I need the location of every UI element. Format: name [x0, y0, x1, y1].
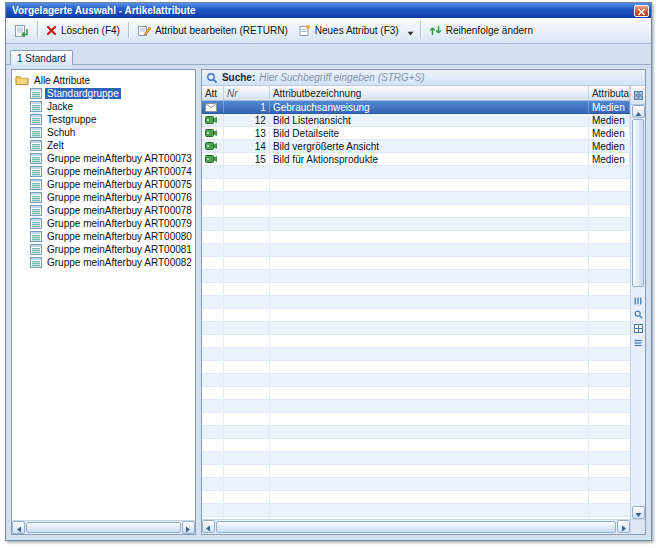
- grid-vscroll-thumb[interactable]: [632, 119, 644, 287]
- column-header-name[interactable]: Attributbezeichnung: [270, 86, 589, 100]
- tree-item-label: Gruppe meinAfterbuy ART00075: [45, 179, 194, 190]
- row-name: Gebrauchsanweisung: [270, 101, 589, 113]
- titlebar[interactable]: Vorgelagerte Auswahl - Artikelattribute: [6, 3, 651, 18]
- column-line: [223, 166, 224, 519]
- grid-scroll-left-button[interactable]: [202, 520, 215, 533]
- tree-item-gruppe-meinafterbuy-art00081[interactable]: Gruppe meinAfterbuy ART00081: [15, 243, 194, 256]
- new-attribute-button[interactable]: Neues Attribut (F3): [293, 21, 404, 41]
- row-name: Bild Detailseite: [270, 127, 589, 139]
- grid-hscroll-thumb[interactable]: [216, 521, 616, 533]
- folder-icon: [15, 74, 29, 86]
- column-header-att[interactable]: Att: [202, 86, 224, 100]
- new-attribute-label: Neues Attribut (F3): [315, 25, 399, 36]
- tree-root-label: Alle Attribute: [32, 75, 92, 86]
- chevron-down-icon: [407, 22, 414, 40]
- row-nr: 1: [224, 101, 270, 113]
- attribute-groups-tree: Alle Attribute StandardgruppeJackeTestgr…: [12, 70, 195, 520]
- tree-item-label: Gruppe meinAfterbuy ART00080: [45, 231, 194, 242]
- table-row[interactable]: 1GebrauchsanweisungMedien: [202, 101, 630, 114]
- toolbar-separator: [420, 22, 421, 39]
- tree-item-label: Gruppe meinAfterbuy ART00081: [45, 244, 194, 255]
- change-order-button[interactable]: Reihenfolge ändern: [424, 21, 538, 41]
- table-row[interactable]: 13Bild DetailseiteMedien: [202, 127, 630, 140]
- row-nr: 12: [224, 114, 270, 126]
- scrollbar-tool-list[interactable]: [631, 335, 645, 349]
- row-nr: 13: [224, 127, 270, 139]
- arrow-left-icon: [16, 519, 22, 537]
- row-name: Bild für Aktionsprodukte: [270, 153, 589, 165]
- apply-button[interactable]: [9, 21, 34, 41]
- tree-item-schuh[interactable]: Schuh: [15, 126, 194, 139]
- column-header-type[interactable]: Attributart: [589, 86, 630, 100]
- doc-row-icon: [205, 103, 217, 112]
- close-button[interactable]: [634, 5, 649, 17]
- attribute-group-icon: [30, 140, 42, 151]
- grid-horizontal-scrollbar: [202, 519, 645, 534]
- search-box[interactable]: Suche: Hier Suchbegriff eingeben (STRG+S…: [202, 70, 645, 86]
- attributes-panel: Suche: Hier Suchbegriff eingeben (STRG+S…: [201, 69, 646, 535]
- delete-button[interactable]: Löschen (F4): [41, 21, 125, 41]
- edit-attribute-label: Attribut bearbeiten (RETURN): [155, 25, 288, 36]
- attribute-group-icon: [30, 153, 42, 164]
- attribute-group-icon: [30, 166, 42, 177]
- tab-label: 1 Standard: [17, 53, 66, 64]
- grid-hscroll-track[interactable]: [215, 520, 617, 534]
- tree-item-gruppe-meinafterbuy-art00076[interactable]: Gruppe meinAfterbuy ART00076: [15, 191, 194, 204]
- table-row[interactable]: 15Bild für AktionsprodukteMedien: [202, 153, 630, 166]
- tree-hscroll-track[interactable]: [25, 521, 182, 534]
- tree-item-label: Gruppe meinAfterbuy ART00076: [45, 192, 194, 203]
- media-row-icon: [205, 115, 217, 125]
- grid-scroll-up-button[interactable]: [632, 105, 645, 118]
- tree-item-standardgruppe[interactable]: Standardgruppe: [15, 87, 194, 100]
- tree-item-testgruppe[interactable]: Testgruppe: [15, 113, 194, 126]
- tree-item-gruppe-meinafterbuy-art00073[interactable]: Gruppe meinAfterbuy ART00073: [15, 152, 194, 165]
- toolbar-separator: [128, 22, 129, 39]
- grid-scroll-right-button[interactable]: [617, 520, 630, 533]
- tree-item-label: Jacke: [45, 101, 75, 112]
- attribute-group-icon: [30, 218, 42, 229]
- new-attribute-dropdown[interactable]: [404, 21, 417, 41]
- tree-scroll-right-button[interactable]: [182, 521, 195, 534]
- tree-scroll-left-button[interactable]: [12, 521, 25, 534]
- attribute-group-icon: [30, 205, 42, 216]
- tree-item-label: Zelt: [45, 140, 66, 151]
- tree-item-gruppe-meinafterbuy-art00078[interactable]: Gruppe meinAfterbuy ART00078: [15, 204, 194, 217]
- delete-label: Löschen (F4): [61, 25, 120, 36]
- tree-root-all-attributes[interactable]: Alle Attribute: [15, 73, 194, 87]
- attribute-group-icon: [30, 101, 42, 112]
- grid-vscroll-track[interactable]: [631, 118, 645, 506]
- tree-item-gruppe-meinafterbuy-art00080[interactable]: Gruppe meinAfterbuy ART00080: [15, 230, 194, 243]
- reorder-icon: [429, 24, 442, 37]
- delete-icon: [46, 25, 57, 36]
- tree-hscroll-thumb[interactable]: [26, 522, 181, 533]
- tree-item-gruppe-meinafterbuy-art00082[interactable]: Gruppe meinAfterbuy ART00082: [15, 256, 194, 269]
- row-nr: 14: [224, 140, 270, 152]
- search-placeholder: Hier Suchbegriff eingeben (STRG+S): [259, 72, 424, 83]
- row-attribute-type: Medien: [589, 140, 630, 152]
- tree-item-label: Gruppe meinAfterbuy ART00082: [45, 257, 194, 268]
- tree-item-gruppe-meinafterbuy-art00075[interactable]: Gruppe meinAfterbuy ART00075: [15, 178, 194, 191]
- attributes-grid: Att Nr Attributbezeichnung Attributart 1…: [202, 86, 645, 519]
- row-type-icon-cell: [202, 127, 224, 139]
- tree-item-gruppe-meinafterbuy-art00074[interactable]: Gruppe meinAfterbuy ART00074: [15, 165, 194, 178]
- grid-scroll-down-button[interactable]: [632, 506, 645, 519]
- tree-item-jacke[interactable]: Jacke: [15, 100, 194, 113]
- tree-children: StandardgruppeJackeTestgruppeSchuhZeltGr…: [15, 87, 194, 269]
- attribute-group-icon: [30, 231, 42, 242]
- tab-standard[interactable]: 1 Standard: [10, 50, 73, 65]
- edit-attribute-button[interactable]: Attribut bearbeiten (RETURN): [132, 21, 293, 41]
- tree-item-zelt[interactable]: Zelt: [15, 139, 194, 152]
- table-row[interactable]: 14Bild vergrößerte AnsichtMedien: [202, 140, 630, 153]
- column-header-nr[interactable]: Nr: [224, 86, 270, 100]
- tree-item-label: Schuh: [45, 127, 77, 138]
- toolbar: Löschen (F4)Attribut bearbeiten (RETURN)…: [6, 18, 651, 44]
- row-nr: 15: [224, 153, 270, 165]
- new-icon: [298, 24, 311, 37]
- column-line: [269, 166, 270, 519]
- tree-item-label: Standardgruppe: [45, 88, 121, 99]
- tree-item-gruppe-meinafterbuy-art00079[interactable]: Gruppe meinAfterbuy ART00079: [15, 217, 194, 230]
- attribute-group-icon: [30, 88, 42, 99]
- attribute-groups-panel: Alle Attribute StandardgruppeJackeTestgr…: [11, 69, 196, 535]
- scrollbar-corner: [630, 520, 645, 534]
- table-row[interactable]: 12Bild ListenansichtMedien: [202, 114, 630, 127]
